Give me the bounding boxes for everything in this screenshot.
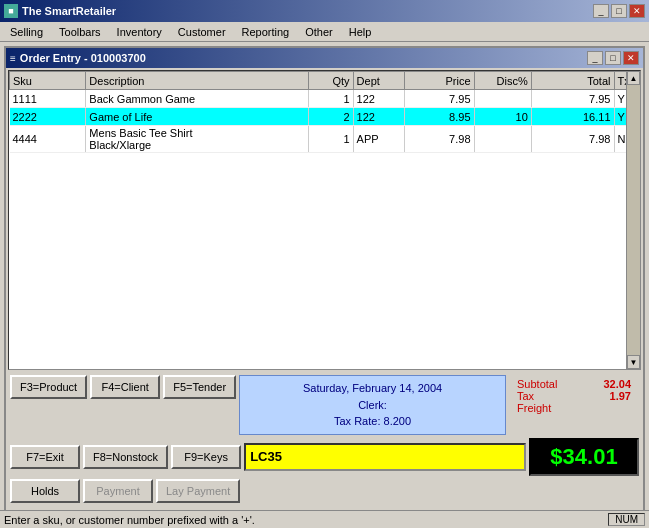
f3-product-button[interactable]: F3=Product <box>10 375 87 399</box>
close-button[interactable]: ✕ <box>629 4 645 18</box>
info-clerk: Clerk: <box>358 397 387 414</box>
menu-selling[interactable]: Selling <box>2 24 51 40</box>
menu-help[interactable]: Help <box>341 24 380 40</box>
cell-disc <box>474 126 531 153</box>
f4-client-button[interactable]: F4=Client <box>90 375 160 399</box>
info-date: Saturday, February 14, 2004 <box>303 380 442 397</box>
minimize-button[interactable]: _ <box>593 4 609 18</box>
lay-payment-button[interactable]: Lay Payment <box>156 479 240 503</box>
cell-price: 7.95 <box>404 90 474 108</box>
status-bar: Enter a sku, or customer number prefixed… <box>0 510 649 528</box>
cell-sku: 4444 <box>10 126 86 153</box>
cell-description: Mens Basic Tee ShirtBlack/Xlarge <box>86 126 309 153</box>
totals-box: Subtotal 32.04 Tax 1.97 Freight <box>509 375 639 435</box>
app-icon: ■ <box>4 4 18 18</box>
order-table-container: Sku Description Qty Dept Price Disc% Tot… <box>8 70 641 370</box>
menu-customer[interactable]: Customer <box>170 24 234 40</box>
cell-description: Game of Life <box>86 108 309 126</box>
cell-disc <box>474 90 531 108</box>
cell-price: 7.98 <box>404 126 474 153</box>
app-title: The SmartRetailer <box>22 5 116 17</box>
bottom-area: F3=Product F4=Client F5=Tender Saturday,… <box>6 372 643 506</box>
main-window: ≡ Order Entry - 010003700 _ □ ✕ Sku Desc… <box>4 46 645 524</box>
table-row[interactable]: 1111 Back Gammon Game 1 122 7.95 7.95 Y <box>10 90 640 108</box>
scroll-down-button[interactable]: ▼ <box>627 355 640 369</box>
col-header-total: Total <box>531 72 614 90</box>
button-row-2: F7=Exit F8=Nonstock F9=Keys $34.01 <box>10 438 639 476</box>
cell-qty: 1 <box>309 90 354 108</box>
col-header-price: Price <box>404 72 474 90</box>
cell-total: 7.95 <box>531 90 614 108</box>
maximize-button[interactable]: □ <box>611 4 627 18</box>
menu-bar: Selling Toolbars Inventory Customer Repo… <box>0 22 649 42</box>
inner-title-bar: ≡ Order Entry - 010003700 _ □ ✕ <box>6 48 643 68</box>
title-bar: ■ The SmartRetailer _ □ ✕ <box>0 0 649 22</box>
payment-button[interactable]: Payment <box>83 479 153 503</box>
cell-sku: 1111 <box>10 90 86 108</box>
cell-total: 7.98 <box>531 126 614 153</box>
grand-total-display: $34.01 <box>529 438 639 476</box>
col-header-sku: Sku <box>10 72 86 90</box>
cell-qty: 2 <box>309 108 354 126</box>
inner-maximize-button[interactable]: □ <box>605 51 621 65</box>
cell-dept: 122 <box>353 90 404 108</box>
info-tax-rate: Tax Rate: 8.200 <box>334 413 411 430</box>
inner-close-button[interactable]: ✕ <box>623 51 639 65</box>
col-header-description: Description <box>86 72 309 90</box>
cell-dept: 122 <box>353 108 404 126</box>
title-bar-controls: _ □ ✕ <box>593 4 645 18</box>
f7-exit-button[interactable]: F7=Exit <box>10 445 80 469</box>
cell-dept: APP <box>353 126 404 153</box>
tax-label: Tax <box>517 390 534 402</box>
scroll-track[interactable] <box>627 85 640 355</box>
inner-title-left: ≡ Order Entry - 010003700 <box>10 52 146 64</box>
scroll-up-button[interactable]: ▲ <box>627 71 640 85</box>
subtotal-value: 32.04 <box>603 378 631 390</box>
order-table: Sku Description Qty Dept Price Disc% Tot… <box>9 71 640 153</box>
f9-keys-button[interactable]: F9=Keys <box>171 445 241 469</box>
status-message: Enter a sku, or customer number prefixed… <box>4 514 255 526</box>
col-header-disc: Disc% <box>474 72 531 90</box>
menu-toolbars[interactable]: Toolbars <box>51 24 109 40</box>
num-indicator: NUM <box>608 513 645 526</box>
subtotal-row: Subtotal 32.04 <box>517 378 631 390</box>
cell-sku: 2222 <box>10 108 86 126</box>
f5-tender-button[interactable]: F5=Tender <box>163 375 236 399</box>
button-row-1: F3=Product F4=Client F5=Tender Saturday,… <box>10 375 639 435</box>
title-bar-left: ■ The SmartRetailer <box>4 4 116 18</box>
info-box: Saturday, February 14, 2004 Clerk: Tax R… <box>239 375 506 435</box>
inner-tb-controls: _ □ ✕ <box>587 51 639 65</box>
cell-description: Back Gammon Game <box>86 90 309 108</box>
table-row[interactable]: 4444 Mens Basic Tee ShirtBlack/Xlarge 1 … <box>10 126 640 153</box>
f8-nonstock-button[interactable]: F8=Nonstock <box>83 445 168 469</box>
menu-other[interactable]: Other <box>297 24 341 40</box>
col-header-dept: Dept <box>353 72 404 90</box>
tax-value: 1.97 <box>610 390 631 402</box>
table-row[interactable]: 2222 Game of Life 2 122 8.95 10 16.11 Y <box>10 108 640 126</box>
scrollbar[interactable]: ▲ ▼ <box>626 71 640 369</box>
subtotal-label: Subtotal <box>517 378 557 390</box>
col-header-qty: Qty <box>309 72 354 90</box>
status-indicators: NUM <box>608 513 645 526</box>
order-icon: ≡ <box>10 53 16 64</box>
cell-disc: 10 <box>474 108 531 126</box>
cell-total: 16.11 <box>531 108 614 126</box>
button-row-3: Holds Payment Lay Payment <box>10 479 639 503</box>
menu-inventory[interactable]: Inventory <box>109 24 170 40</box>
freight-label: Freight <box>517 402 551 414</box>
tax-row: Tax 1.97 <box>517 390 631 402</box>
menu-reporting[interactable]: Reporting <box>234 24 298 40</box>
inner-minimize-button[interactable]: _ <box>587 51 603 65</box>
cell-price: 8.95 <box>404 108 474 126</box>
cell-qty: 1 <box>309 126 354 153</box>
sku-input[interactable] <box>244 443 526 471</box>
holds-button[interactable]: Holds <box>10 479 80 503</box>
order-title: Order Entry - 010003700 <box>20 52 146 64</box>
freight-row: Freight <box>517 402 631 414</box>
